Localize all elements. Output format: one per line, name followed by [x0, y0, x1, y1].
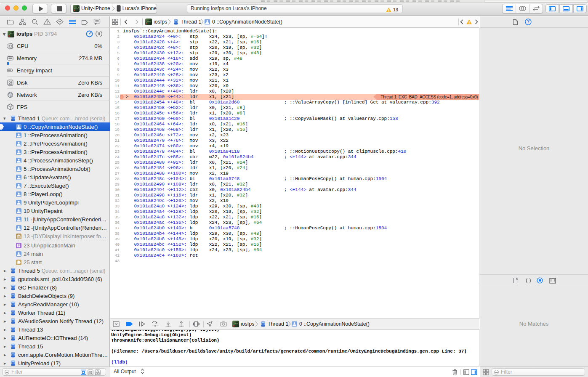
- svg-text:?: ?: [527, 19, 529, 24]
